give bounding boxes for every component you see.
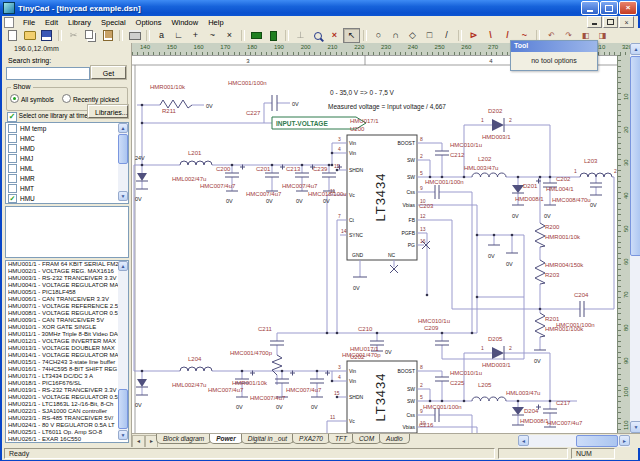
symbol-list-item[interactable]: HMU005/1 - PIC18LF458 [6, 289, 128, 296]
tool-popup-title[interactable]: Tool [511, 41, 597, 52]
library-item-hmc[interactable]: HMC [6, 133, 128, 143]
origin-tool-button[interactable]: ⊥ [292, 28, 309, 43]
symbol-list-item[interactable]: HMU020/1 - VOLTAGE REGULATOR 0.5A [6, 394, 128, 401]
minimize-button[interactable] [581, 1, 599, 15]
select-one-library-checkbox[interactable]: ✓ [7, 112, 17, 122]
symbol-list-item[interactable]: HMU011/1 - 30MHz Triple 8-Bit Video DAC [6, 331, 128, 338]
symbol-list-item[interactable]: HMU022/1 - SJA1000 CAN controller [6, 408, 128, 415]
scroll-up-icon[interactable]: ▲ [118, 123, 128, 133]
tab-block-diagram[interactable]: Block diagram [156, 434, 211, 444]
zoom-off-tool-button[interactable]: × [326, 28, 343, 43]
tab-audio[interactable]: Audio [379, 434, 410, 444]
library-checkbox[interactable] [8, 184, 17, 193]
mdi-restore-button[interactable] [603, 16, 618, 28]
library-item-hmd[interactable]: HMD [6, 143, 128, 153]
symbol-list-item[interactable]: HMU024/1 - 80 V REGULATOR 0.5A LT [6, 422, 128, 429]
scrollbar-thumb[interactable] [118, 134, 128, 164]
mdi-close-button[interactable]: × [619, 16, 634, 28]
junction-tool-button[interactable]: + [187, 28, 204, 43]
line-tool-button[interactable]: / [438, 28, 455, 43]
scroll-down-icon[interactable]: ▼ [118, 191, 128, 201]
symbol-list-item[interactable]: HMU009/1 - CAN TRANCEIVER 5V [6, 317, 128, 324]
menu-help[interactable]: Help [203, 17, 228, 28]
symbol-list-item[interactable]: HMU012/1 - VOLTAGE INVERTER MAX [6, 338, 128, 345]
close-button[interactable]: × [619, 1, 637, 15]
paste-button[interactable] [99, 28, 116, 43]
library-checkbox[interactable] [8, 174, 17, 183]
tab-tft[interactable]: TFT [328, 434, 354, 444]
scroll-up-icon[interactable]: ▲ [630, 43, 640, 55]
symbol-list-item[interactable]: HMU001/1 - FRAM 64 KBIT SERIAL FM24C64 [6, 261, 128, 268]
tab-pxa270[interactable]: PXA270 [292, 434, 330, 444]
no-connect-tool-button[interactable]: × [221, 28, 238, 43]
scrollbar-thumb[interactable] [576, 435, 618, 447]
block-import-tool-button[interactable] [265, 28, 282, 43]
library-checkbox[interactable] [8, 154, 17, 163]
symbol-list-item[interactable]: HMU017/1 - LT3434 DC/DC 3 A [6, 373, 128, 380]
symbol-list-item[interactable]: HMU018/1 - PIC16F676/SL [6, 380, 128, 387]
library-checkbox[interactable] [8, 134, 17, 143]
symbol-list-item[interactable]: HMU013/1 - VOLTAGE DOUBLER MAX [6, 345, 128, 352]
library-item-hmu[interactable]: ✓HMU [6, 193, 128, 203]
symbol-list-scrollbar[interactable]: ▲ ▼ [118, 261, 128, 440]
symbol-list-item[interactable]: HMU003/1 - RS-232 TRANCEIVER 3.3V [6, 275, 128, 282]
diagonal-wire-tool-button[interactable]: \ [482, 28, 499, 43]
menu-file[interactable]: File [18, 17, 40, 28]
symbol-list-item[interactable]: HMU007/1 - VOLTAGE REFERENCE 2.5V [6, 303, 128, 310]
zoom-tool-button[interactable] [309, 28, 326, 43]
symbol-list-item[interactable]: HMU025/1 - LT6011 Op. Amp SO-8 [6, 429, 128, 436]
copy-button[interactable] [82, 28, 99, 43]
scroll-up-icon[interactable]: ▲ [118, 261, 128, 271]
radio-recently-picked[interactable]: Recently picked [62, 94, 119, 103]
cut-button[interactable]: ✂ [65, 28, 82, 43]
annotate-text-tool-button[interactable]: a [153, 28, 170, 43]
schematic-canvas[interactable]: 34HMR001/10kR2110VHMC001/100nC2270VINPUT… [132, 55, 617, 433]
wire-tool-button[interactable]: ∟ [170, 28, 187, 43]
symbol-list-item[interactable]: HMU002/1 - VOLTAGE REG. MAX1616 [6, 268, 128, 275]
symbol-list-item[interactable]: HMU021/1 - LTC1863L 12-/16-Bit, 8-Ch [6, 401, 128, 408]
symbol-list-item[interactable]: HMU008/1 - VOLTAGE REGULATOR 0.5A [6, 310, 128, 317]
symbol-list-item[interactable]: HMU026/1 - EXAR 16C550 [6, 436, 128, 443]
scroll-left-icon[interactable]: ◄ [518, 435, 529, 446]
polygon-tool-button[interactable]: ◇ [404, 28, 421, 43]
scrollbar-thumb[interactable] [118, 389, 128, 429]
tab-com[interactable]: COM [352, 434, 381, 444]
libraries-button[interactable]: Libraries... [88, 105, 128, 118]
menu-special[interactable]: Special [96, 17, 131, 28]
menu-window[interactable]: Window [166, 17, 203, 28]
bus-tool-button[interactable]: ~ [204, 28, 221, 43]
tab-power[interactable]: Power [209, 434, 243, 444]
library-list-scrollbar[interactable]: ▲ ▼ [118, 123, 128, 201]
symbol-list-item[interactable]: HMU016/1 - 74HC595 8-BIT SHIFT REG [6, 366, 128, 373]
select-tool-button[interactable]: ↖ [343, 28, 360, 43]
radio-all-symbols[interactable]: All symbols [10, 94, 54, 103]
horizontal-scrollbar[interactable]: ◄ ► [518, 435, 630, 447]
library-list[interactable]: ▲ ▼ HM tempHMCHMDHMJHMLHMRHMT✓HMU [5, 122, 129, 204]
maximize-button[interactable] [600, 1, 618, 15]
scroll-down-icon[interactable]: ▼ [630, 421, 640, 433]
symbol-list[interactable]: ▲ ▼ HMU001/1 - FRAM 64 KBIT SERIAL FM24C… [5, 260, 129, 443]
get-symbol-tool-button[interactable]: ⊳ [465, 28, 482, 43]
library-item-hmt[interactable]: HMT [6, 183, 128, 193]
library-checkbox[interactable] [8, 124, 17, 133]
library-checkbox[interactable] [8, 164, 17, 173]
symbol-list-item[interactable]: HMU023/1 - RS-485 TRANCEIVER 5V/ [6, 415, 128, 422]
symbol-list-item[interactable]: HMU019/1 - RS-232 TRANCEIVER 3.3V [6, 387, 128, 394]
menu-library[interactable]: Library [63, 17, 96, 28]
library-item-hml[interactable]: HML [6, 163, 128, 173]
symbol-list-item[interactable]: HMU010/1 - XOR GATE SINGLE [6, 324, 128, 331]
symbol-list-item[interactable]: HMU004/1 - VOLTAGE REGULATOR MAX [6, 282, 128, 289]
library-item-hmj[interactable]: HMJ [6, 153, 128, 163]
vertical-scrollbar[interactable]: ▲ ▼ [630, 43, 640, 433]
symbol-list-item[interactable]: HMU006/1 - CAN TRANCEIVER 3.3V [6, 296, 128, 303]
resize-grip[interactable] [618, 448, 636, 459]
symbol-list-item[interactable]: HMU014/1 - VOLTAGE REGULATOR MAX [6, 352, 128, 359]
open-file-button[interactable] [21, 28, 38, 43]
rectangle-tool-button[interactable]: □ [421, 28, 438, 43]
library-item-hm-temp[interactable]: HM temp [6, 123, 128, 133]
get-button[interactable]: Get [91, 66, 126, 79]
scrollbar-thumb[interactable] [630, 56, 640, 256]
scroll-down-icon[interactable]: ▼ [118, 430, 128, 440]
library-checkbox[interactable]: ✓ [8, 194, 17, 203]
library-item-hmr[interactable]: HMR [6, 173, 128, 183]
